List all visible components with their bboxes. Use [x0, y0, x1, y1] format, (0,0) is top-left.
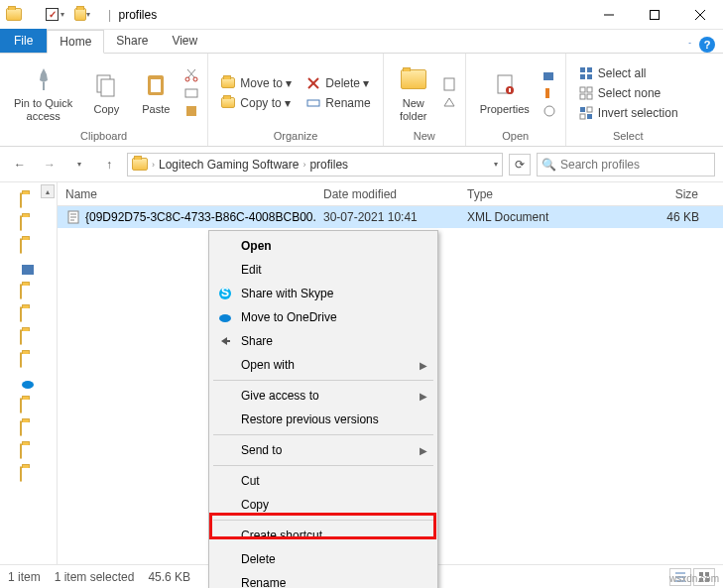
svg-rect-10 [151, 79, 161, 92]
ctx-move-onedrive[interactable]: Move to OneDrive [211, 305, 435, 329]
address-history-icon[interactable]: ▾ [494, 160, 498, 169]
ctx-send-to[interactable]: Send to▶ [211, 438, 435, 462]
ctx-restore-versions[interactable]: Restore previous versions [211, 408, 435, 431]
navpane-item-10[interactable] [20, 399, 38, 416]
minimize-button[interactable] [586, 0, 632, 30]
navpane-onedrive-icon[interactable] [20, 376, 38, 394]
svg-rect-36 [587, 114, 592, 119]
svg-rect-38 [580, 114, 585, 119]
clipboard-group-label: Clipboard [80, 128, 127, 142]
select-all-button[interactable]: Select all [574, 64, 682, 82]
qat-folder-icon[interactable]: ▾ [74, 7, 90, 23]
ctx-open-with[interactable]: Open with▶ [211, 353, 435, 377]
paste-shortcut-icon[interactable] [183, 103, 199, 119]
file-tab[interactable]: File [0, 29, 47, 53]
history-icon[interactable] [542, 103, 557, 119]
address-folder-icon [132, 157, 148, 173]
navpane-item-7[interactable] [20, 330, 38, 348]
navpane-item-13[interactable] [20, 467, 38, 485]
delete-button[interactable]: Delete ▾ [301, 74, 374, 92]
home-tab[interactable]: Home [47, 30, 104, 54]
pin-to-quick-access-button[interactable]: Pin to Quick access [8, 61, 78, 124]
copy-to-icon [220, 95, 236, 111]
navpane-item-1[interactable] [20, 193, 38, 211]
file-row[interactable]: {09D92D75-3C8C-4733-B86C-4008BCB00... 30… [58, 206, 723, 228]
ctx-rename[interactable]: Rename [211, 571, 435, 588]
file-size: 46 KB [593, 210, 723, 224]
copy-to-button[interactable]: Copy to ▾ [216, 94, 296, 112]
maximize-button[interactable] [632, 0, 677, 30]
ctx-share[interactable]: Share [211, 329, 435, 353]
column-headers[interactable]: Name Date modified Type Size [58, 182, 723, 206]
ctx-delete[interactable]: Delete [211, 547, 435, 571]
svg-point-40 [22, 381, 34, 389]
help-icon[interactable]: ? [699, 37, 715, 53]
column-name[interactable]: Name [58, 187, 315, 201]
status-item-count: 1 item [8, 570, 41, 584]
ctx-edit[interactable]: Edit [211, 258, 435, 282]
breadcrumb-1[interactable]: Logitech Gaming Software [159, 158, 299, 172]
search-input[interactable] [560, 158, 710, 172]
back-button[interactable]: ← [8, 153, 32, 176]
navpane-item-4[interactable] [20, 262, 38, 280]
ctx-copy[interactable]: Copy [211, 493, 435, 517]
navpane-item-2[interactable] [20, 216, 38, 234]
navpane-scroll-up[interactable]: ▴ [41, 184, 55, 198]
organize-group-label: Organize [274, 128, 318, 142]
app-folder-icon [6, 7, 22, 23]
open-icon[interactable] [542, 67, 557, 83]
qat-save-icon[interactable] [28, 13, 36, 17]
svg-rect-23 [509, 88, 511, 92]
easy-access-icon[interactable] [441, 94, 457, 110]
ribbon-collapse-icon[interactable]: ˆ [688, 41, 691, 50]
open-group-label: Open [502, 128, 529, 142]
view-tab[interactable]: View [160, 29, 209, 53]
navpane-item-8[interactable] [20, 353, 38, 371]
ctx-cut[interactable]: Cut [211, 469, 435, 493]
column-type[interactable]: Type [459, 187, 593, 201]
edit-icon[interactable] [542, 85, 557, 101]
column-date[interactable]: Date modified [315, 187, 459, 201]
ctx-create-shortcut[interactable]: Create shortcut [211, 524, 435, 547]
invert-selection-button[interactable]: Invert selection [574, 104, 682, 122]
navpane-item-3[interactable] [20, 239, 38, 257]
ctx-share-skype[interactable]: SShare with Skype [211, 282, 435, 305]
svg-rect-3 [651, 10, 660, 19]
new-item-icon[interactable] [441, 76, 457, 92]
rename-button[interactable]: Rename [301, 94, 374, 112]
search-box[interactable]: 🔍 [537, 153, 715, 176]
select-none-button[interactable]: Select none [574, 84, 682, 102]
copy-button[interactable]: Copy [84, 67, 128, 118]
navpane-item-11[interactable] [20, 421, 38, 439]
navpane-item-6[interactable] [20, 307, 38, 325]
navigation-pane[interactable]: ▴ [0, 182, 58, 564]
svg-point-26 [544, 106, 554, 116]
copy-icon [90, 69, 122, 101]
forward-button[interactable]: → [38, 153, 61, 176]
cut-icon[interactable] [183, 67, 199, 83]
navpane-item-12[interactable] [20, 444, 38, 462]
up-button[interactable]: ↑ [97, 153, 121, 176]
column-size[interactable]: Size [593, 187, 723, 201]
ctx-open[interactable]: Open [211, 234, 435, 258]
refresh-button[interactable]: ⟳ [509, 154, 531, 176]
breadcrumb-2[interactable]: profiles [309, 158, 348, 172]
navpane-item-5[interactable] [20, 285, 38, 302]
skype-icon: S [217, 286, 233, 301]
recent-locations-button[interactable]: ▾ [67, 153, 91, 176]
svg-rect-31 [580, 87, 585, 92]
share-tab[interactable]: Share [104, 29, 160, 53]
svg-rect-27 [580, 67, 585, 72]
chevron-right-icon: ▶ [420, 391, 427, 402]
address-bar[interactable]: › Logitech Gaming Software › profiles ▾ [127, 153, 503, 176]
copy-path-icon[interactable] [183, 85, 199, 101]
move-to-button[interactable]: Move to ▾ [216, 74, 296, 92]
ctx-give-access[interactable]: Give access to▶ [211, 384, 435, 408]
qat-checkbox[interactable]: ✓▾ [42, 6, 68, 23]
properties-button[interactable]: Properties [474, 67, 536, 118]
paste-button[interactable]: Paste [134, 67, 178, 118]
close-button[interactable] [677, 0, 723, 30]
svg-rect-20 [444, 78, 454, 90]
onedrive-icon [217, 309, 233, 325]
new-folder-button[interactable]: New folder [392, 61, 435, 124]
